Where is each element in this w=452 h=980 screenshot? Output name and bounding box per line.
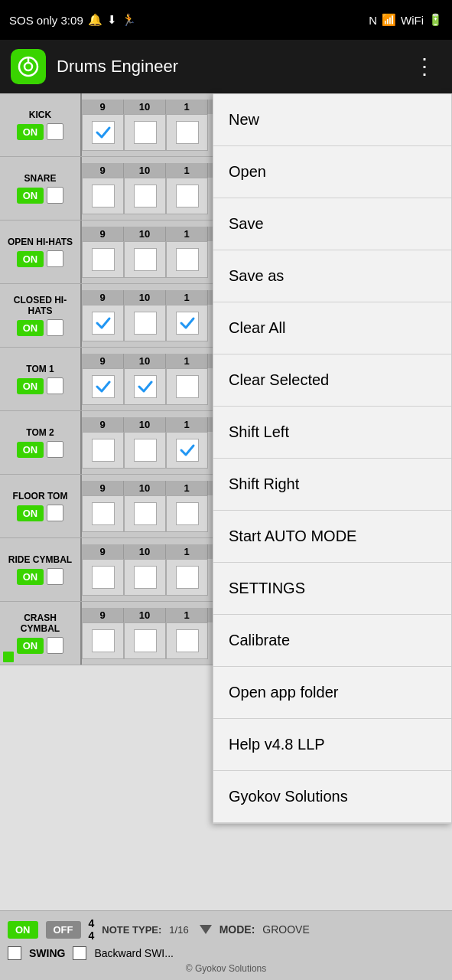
- svg-point-1: [24, 63, 32, 70]
- cell-box[interactable]: [124, 559, 166, 596]
- swing-checkbox[interactable]: [8, 946, 21, 960]
- track-on-button[interactable]: ON: [17, 124, 44, 140]
- cell-box[interactable]: [124, 432, 166, 469]
- cell-checkbox[interactable]: [92, 312, 115, 335]
- menu-item-help[interactable]: Help v4.8 LLP: [213, 719, 451, 771]
- cell-checkbox[interactable]: [134, 312, 157, 335]
- cell-box[interactable]: [82, 114, 124, 151]
- cell-box[interactable]: [82, 178, 124, 214]
- cell-box[interactable]: [166, 368, 208, 405]
- cell-checkbox[interactable]: [176, 185, 199, 207]
- cell-checkbox[interactable]: [176, 375, 199, 398]
- cell-box[interactable]: [82, 559, 124, 596]
- cell-box[interactable]: [166, 178, 208, 214]
- track-mute-checkbox[interactable]: [47, 319, 63, 336]
- cell-checkbox[interactable]: [134, 185, 157, 207]
- cell-checkbox[interactable]: [92, 629, 115, 652]
- cell-box[interactable]: [166, 305, 208, 341]
- cell-box[interactable]: [166, 559, 208, 596]
- cell-checkbox[interactable]: [134, 502, 157, 525]
- cell-checkbox[interactable]: [134, 375, 157, 398]
- cell-box[interactable]: [82, 368, 124, 405]
- cell-checkbox[interactable]: [176, 121, 199, 144]
- cell-box[interactable]: [166, 114, 208, 151]
- cell-box[interactable]: [124, 178, 166, 214]
- track-mute-checkbox[interactable]: [47, 187, 63, 204]
- menu-item-new[interactable]: New: [213, 94, 451, 146]
- track-on-button[interactable]: ON: [17, 638, 44, 654]
- cell-box[interactable]: [124, 305, 166, 341]
- cell-number: 1: [166, 354, 208, 368]
- cell-box[interactable]: [124, 241, 166, 278]
- menu-item-open[interactable]: Open: [213, 146, 451, 198]
- track-name: KICK: [29, 109, 51, 120]
- cell-checkbox[interactable]: [92, 248, 115, 271]
- cell-checkbox[interactable]: [92, 185, 115, 207]
- cell-box[interactable]: [82, 622, 124, 659]
- cell-checkbox[interactable]: [176, 629, 199, 652]
- track-label-kick: KICKON: [0, 93, 80, 156]
- menu-item-auto-mode[interactable]: Start AUTO MODE: [213, 511, 451, 563]
- menu-item-gyokov[interactable]: Gyokov Solutions: [213, 771, 451, 823]
- cell-box[interactable]: [124, 495, 166, 532]
- cell-box[interactable]: [166, 495, 208, 532]
- cell-box[interactable]: [166, 241, 208, 278]
- cell-number: 9: [82, 481, 124, 495]
- cell-checkbox[interactable]: [176, 248, 199, 271]
- cell-box[interactable]: [124, 368, 166, 405]
- track-on-button[interactable]: ON: [17, 251, 44, 267]
- menu-item-save-as[interactable]: Save as: [213, 250, 451, 302]
- cell-numbers-row: 9101: [82, 481, 218, 495]
- cell-checkbox[interactable]: [134, 439, 157, 462]
- cell-box[interactable]: [82, 495, 124, 532]
- menu-item-clear-selected[interactable]: Clear Selected: [213, 354, 451, 407]
- track-on-button[interactable]: ON: [17, 320, 44, 336]
- cell-checkbox[interactable]: [92, 121, 115, 144]
- on-button[interactable]: ON: [8, 921, 38, 939]
- cell-box[interactable]: [124, 622, 166, 659]
- note-type-chevron-icon[interactable]: [200, 925, 212, 934]
- track-on-button[interactable]: ON: [17, 569, 44, 585]
- track-mute-checkbox[interactable]: [47, 123, 63, 140]
- track-on-button[interactable]: ON: [17, 505, 44, 521]
- cell-box[interactable]: [166, 432, 208, 469]
- header-menu-button[interactable]: ⋮: [409, 51, 441, 82]
- cell-box[interactable]: [166, 622, 208, 659]
- time-sig-bottom: 4: [89, 929, 95, 942]
- track-on-button[interactable]: ON: [17, 378, 44, 394]
- menu-item-calibrate[interactable]: Calibrate: [213, 615, 451, 667]
- cell-checkbox[interactable]: [176, 439, 199, 462]
- cell-box[interactable]: [82, 241, 124, 278]
- cell-checkbox[interactable]: [134, 629, 157, 652]
- track-mute-checkbox[interactable]: [47, 568, 63, 585]
- cell-checkbox[interactable]: [92, 566, 115, 589]
- cell-box[interactable]: [82, 432, 124, 469]
- cell-checkbox[interactable]: [92, 375, 115, 398]
- cell-checkbox[interactable]: [92, 502, 115, 525]
- cell-checkbox[interactable]: [134, 121, 157, 144]
- track-mute-checkbox[interactable]: [47, 377, 63, 394]
- menu-item-shift-left[interactable]: Shift Left: [213, 407, 451, 459]
- cell-checkbox[interactable]: [176, 502, 199, 525]
- track-on-button[interactable]: ON: [17, 188, 44, 204]
- menu-item-shift-right[interactable]: Shift Right: [213, 459, 451, 511]
- backward-swing-checkbox[interactable]: [73, 946, 86, 960]
- off-button[interactable]: OFF: [46, 921, 81, 939]
- menu-item-clear-all[interactable]: Clear All: [213, 302, 451, 354]
- cell-box[interactable]: [124, 114, 166, 151]
- track-mute-checkbox[interactable]: [47, 505, 63, 521]
- cell-checkbox[interactable]: [176, 312, 199, 335]
- cell-checkbox[interactable]: [176, 566, 199, 589]
- menu-item-settings[interactable]: SETTINGS: [213, 563, 451, 615]
- menu-item-open-folder[interactable]: Open app folder: [213, 667, 451, 719]
- track-mute-checkbox[interactable]: [47, 250, 63, 267]
- track-name: FLOOR TOM: [13, 491, 68, 501]
- track-mute-checkbox[interactable]: [47, 637, 63, 654]
- menu-item-save[interactable]: Save: [213, 198, 451, 250]
- cell-checkbox[interactable]: [92, 439, 115, 462]
- cell-checkbox[interactable]: [134, 566, 157, 589]
- cell-box[interactable]: [82, 305, 124, 341]
- track-mute-checkbox[interactable]: [47, 441, 63, 458]
- cell-checkbox[interactable]: [134, 248, 157, 271]
- track-on-button[interactable]: ON: [17, 442, 44, 458]
